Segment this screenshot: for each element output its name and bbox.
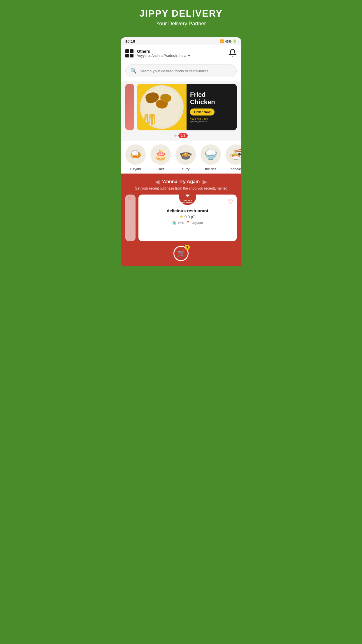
favorite-heart-icon[interactable]: ♡ [228,198,233,205]
search-input[interactable] [140,69,232,73]
address-text: Vuyyuru, Andhra Pradesh, India [137,54,186,58]
category-label-fried-rice: frie rice [205,167,216,171]
category-noodle[interactable]: 🍜 noodle [226,144,241,171]
grid-cell-4 [130,54,134,58]
noodle-emoji: 🍜 [229,148,242,161]
wanna-title: Wanna Try Again [162,179,200,184]
category-img-curry: 🍲 [175,144,196,165]
location-pin-icon: 📍 [186,221,190,225]
category-img-fried-rice: 🍚 [201,144,221,165]
category-biryani[interactable]: 🍛 Biryani [125,144,146,171]
location-label: Others [137,49,225,54]
restaurant-cards-row: ♡ 🍽️ DELICIOUS RESTAURANT ♡ [125,195,237,244]
banner-text-area: FriedChicken Order Now +123-456-7890 @re… [187,84,237,130]
search-container: 🔍 [121,62,241,81]
category-label-noodle: noodle [231,167,241,171]
biryani-emoji: 🍛 [129,148,142,161]
banner-phone: +123-456-7890 [190,117,208,120]
prev-arrow-icon[interactable]: ◀ [155,178,159,185]
banner-handle: @reallygreatsite [190,120,207,123]
restaurant-card-left-partial: ♡ [125,195,136,241]
category-cake[interactable]: 🎂 Cake [150,144,171,171]
star-icon: ★ [180,214,183,219]
cart-icon: 🛒 [177,250,185,257]
rating-value: 0.0 [184,215,190,219]
grid-cell-1 [125,49,129,53]
status-bar: 10:18 📶 46% 🔋 [121,37,241,45]
slide-indicator: 2/2 [178,133,187,138]
wanna-subtitle: Get your recent purchase from the shop y… [125,186,237,190]
categories-section: 🍛 Biryani 🎂 Cake 🍲 [121,141,241,174]
notification-bell-button[interactable] [229,49,237,58]
store-icon: 🏪 [172,221,176,225]
curry-emoji: 🍲 [179,148,192,161]
banner-title: FriedChicken [190,91,215,105]
app-content: Others Vuyyuru, Andhra Pradesh, India [121,45,241,266]
brand-title: JIPPY DELIVERY [126,8,236,19]
search-bar[interactable]: 🔍 [125,64,237,77]
wanna-header: ◀ Wanna Try Again ▶ [125,178,237,185]
location-info[interactable]: Others Vuyyuru, Andhra Pradesh, India [137,49,225,58]
category-img-biryani: 🍛 [125,144,146,165]
category-label-curry: curry [182,167,190,171]
restaurant-logo-text: DELICIOUS RESTAURANT [179,200,196,204]
category-img-cake: 🎂 [150,144,171,165]
categories-scroll: 🍛 Biryani 🎂 Cake 🍲 [121,144,241,171]
grid-cell-3 [125,54,129,58]
banner-dots: 2/2 [121,130,241,141]
address-part2: vuyyuru [192,221,203,225]
location-address: Vuyyuru, Andhra Pradesh, India [137,54,225,58]
banner-prev [125,84,134,130]
address-row: 🏪 katu 📍 vuyyuru [143,221,233,225]
battery-icon: 🔋 [233,39,237,43]
cart-icon-wrapper[interactable]: 🛒 3 [173,246,189,261]
status-time: 10:18 [125,39,135,43]
category-fried-rice[interactable]: 🍚 frie rice [201,144,221,171]
grid-cell-2 [130,49,134,53]
category-curry[interactable]: 🍲 curry [175,144,196,171]
cake-emoji: 🎂 [154,148,167,161]
address-part1: katu [178,221,184,225]
wanna-try-section: ◀ Wanna Try Again ▶ Get your recent purc… [121,174,241,266]
category-label-cake: Cake [157,167,165,171]
restaurant-name: delicious restuarant [143,208,233,213]
restaurant-main-card[interactable]: 🍽️ DELICIOUS RESTAURANT ♡ delicious rest… [138,195,237,241]
status-icons: 📶 46% 🔋 [220,39,237,43]
chevron-down-icon [188,55,190,57]
cart-bar: 🛒 3 [125,244,237,261]
search-icon: 🔍 [130,68,137,74]
next-arrow-icon[interactable]: ▶ [203,178,207,185]
rating-row: ★ 0.0 (0) [143,214,233,219]
phone-frame: 10:18 📶 46% 🔋 Others Vuyy [121,37,241,266]
battery-text: 46% [225,40,231,43]
top-nav: Others Vuyyuru, Andhra Pradesh, India [121,45,241,62]
cart-badge: 3 [184,245,190,250]
restaurant-logo-badge: 🍽️ DELICIOUS RESTAURANT [178,195,197,206]
signal-icon: 📶 [220,39,224,43]
dot-1 [174,134,177,137]
banner-section: FriedChicken Order Now +123-456-7890 @re… [121,81,241,141]
brand-subtitle: Your Delivery Partner [126,21,236,27]
category-label-biryani: Biryani [130,167,141,171]
category-img-noodle: 🍜 [226,144,241,165]
branding-header: JIPPY DELIVERY Your Delivery Partner [121,0,241,33]
banner-card[interactable]: FriedChicken Order Now +123-456-7890 @re… [137,84,237,130]
fried-rice-emoji: 🍚 [204,148,217,161]
review-count: (0) [191,215,196,219]
order-now-button[interactable]: Order Now [190,108,215,116]
grid-menu-icon[interactable] [125,49,133,57]
banner-wrapper: FriedChicken Order Now +123-456-7890 @re… [121,84,241,130]
